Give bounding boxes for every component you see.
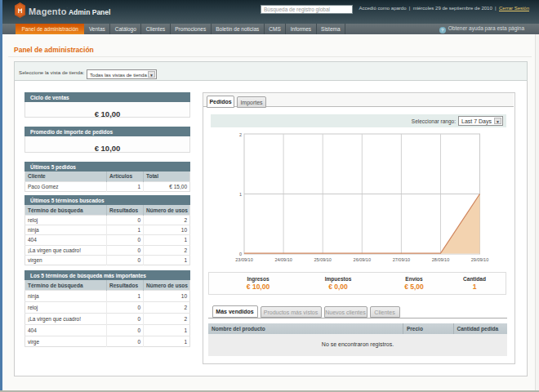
svg-text:1: 1 [239, 192, 242, 197]
svg-text:23/09/10: 23/09/10 [235, 257, 252, 262]
svg-text:29/09/10: 29/09/10 [471, 257, 488, 262]
svg-text:2: 2 [239, 132, 242, 137]
svg-text:28/09/10: 28/09/10 [432, 257, 449, 262]
svg-text:25/09/10: 25/09/10 [314, 257, 331, 262]
svg-text:26/09/10: 26/09/10 [354, 257, 371, 262]
svg-text:27/09/10: 27/09/10 [393, 257, 410, 262]
svg-text:0: 0 [239, 252, 242, 256]
svg-text:24/09/10: 24/09/10 [274, 257, 292, 262]
